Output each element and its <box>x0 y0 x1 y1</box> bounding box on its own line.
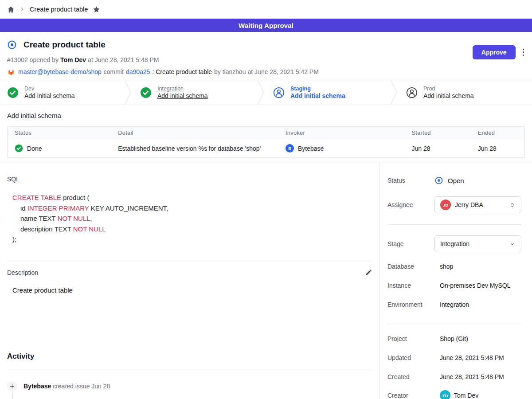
task-detail-text: Established baseline version %s for data… <box>118 145 261 152</box>
updown-caret-icon <box>509 202 516 208</box>
status-label: Status <box>387 177 434 184</box>
home-icon[interactable] <box>7 6 15 13</box>
task-table-row[interactable]: Done Established baseline version %s for… <box>8 139 524 157</box>
approval-status-banner: Waiting Approval <box>0 19 532 32</box>
issue-meta-time: at June 28, 2021 5:48 PM <box>88 56 159 63</box>
commit-hash-link[interactable]: da90a25 <box>126 68 150 75</box>
stage-done-check-icon <box>7 87 19 98</box>
sidebar-divider <box>387 324 521 324</box>
issue-header: Create product table #13002 opened by To… <box>0 32 532 80</box>
task-started-text: Jun 28 <box>411 145 430 152</box>
stage-env-label: Dev <box>24 86 75 92</box>
stage-prod[interactable]: Prod Add initial schema <box>399 80 532 105</box>
instance-value: On-premises Dev MySQL <box>434 282 521 289</box>
issue-sidebar: Status Open Assignee JD Jerry DBA <box>380 163 532 399</box>
task-section: Add initial schema Status Detail Invoker… <box>0 105 532 163</box>
approve-button[interactable]: Approve <box>473 45 516 59</box>
description-label: Description <box>7 269 38 276</box>
chevron-down-icon <box>509 241 516 247</box>
task-done-check-icon <box>15 144 23 153</box>
activity-plus-icon <box>7 381 17 391</box>
stage-env-label: Integration <box>157 86 208 92</box>
issue-meta-prefix: #13002 opened by <box>7 56 59 63</box>
creator-avatar: TD <box>440 390 450 399</box>
gitlab-icon <box>7 68 15 76</box>
stage-select[interactable]: Integration <box>434 235 521 252</box>
stage-staging[interactable]: Staging Add initial schema <box>266 80 390 105</box>
task-table-header: Status Detail Invoker Started Ended <box>8 127 524 139</box>
description-text: Create product table <box>12 286 372 294</box>
database-value: shop <box>434 263 521 270</box>
assignee-label: Assignee <box>387 201 434 208</box>
stage-pending-person-icon <box>273 87 285 98</box>
stage-separator <box>390 80 399 105</box>
activity-heading: Activity <box>7 352 372 362</box>
stage-env-label: Staging <box>290 86 345 92</box>
created-label: Created <box>387 373 434 380</box>
activity-actor: Bytebase <box>23 383 51 390</box>
stage-separator <box>124 80 133 105</box>
assignee-value: Jerry DBA <box>455 201 483 208</box>
invoker-avatar: B <box>286 144 294 153</box>
issue-meta-author: Tom Dev <box>60 56 86 63</box>
commit-message: : Create product table <box>152 68 212 75</box>
stage-task-label: Add initial schema <box>423 92 474 99</box>
task-section-heading: Add initial schema <box>7 112 525 121</box>
created-value: June 28, 2021 5:48 PM <box>434 373 521 380</box>
instance-label: Instance <box>387 282 434 289</box>
stage-pending-person-icon <box>406 87 418 98</box>
commit-word: commit <box>104 68 124 75</box>
edit-pencil-icon[interactable] <box>365 269 372 276</box>
activity-item: Bytebase created issue Jun 28 <box>7 381 372 391</box>
bytebase-issue-page: Create product table Waiting Approval Cr… <box>0 0 532 399</box>
stage-task-label: Add initial schema <box>157 92 208 99</box>
task-table: Status Detail Invoker Started Ended Done… <box>7 126 525 158</box>
stage-value: Integration <box>440 240 469 247</box>
commit-byline: by tianzhou at June 28, 2021 5:42 PM <box>214 68 319 75</box>
pipeline-stages: Dev Add initial schema Integration Add i… <box>0 80 532 105</box>
environment-value: Integration <box>434 301 521 308</box>
stage-task-label: Add initial schema <box>290 92 345 99</box>
status-value: Open <box>448 177 464 184</box>
favorite-star-icon[interactable] <box>93 6 100 13</box>
more-actions-icon[interactable] <box>522 47 525 58</box>
divider <box>7 261 372 261</box>
banner-text: Waiting Approval <box>239 22 293 29</box>
stage-label: Stage <box>387 240 434 247</box>
stage-integration[interactable]: Integration Add initial schema <box>133 80 257 105</box>
stage-dev[interactable]: Dev Add initial schema <box>0 80 124 105</box>
commit-branch-link[interactable]: master@bytebase-demo/shop <box>18 68 102 75</box>
assignee-select[interactable]: JD Jerry DBA <box>434 196 521 213</box>
sidebar-divider <box>387 224 521 225</box>
divider <box>7 369 372 369</box>
breadcrumb: Create product table <box>0 0 532 19</box>
col-ended: Ended <box>471 129 524 136</box>
assignee-avatar: JD <box>440 200 451 210</box>
col-detail: Detail <box>111 129 278 136</box>
project-label: Project <box>387 335 434 342</box>
task-status-text: Done <box>27 145 42 152</box>
stage-separator <box>257 80 266 105</box>
updated-label: Updated <box>387 354 434 361</box>
task-invoker-text: Bytebase <box>298 145 324 152</box>
activity-action: created issue Jun 28 <box>53 383 110 390</box>
sql-code-block[interactable]: CREATE TABLE product (id INTEGER PRIMARY… <box>12 192 372 245</box>
commit-info: master@bytebase-demo/shop commit da90a25… <box>7 67 525 77</box>
project-value: Shop (Git) <box>434 335 521 342</box>
sql-label: SQL <box>7 176 372 183</box>
updated-value: June 28, 2021 5:48 PM <box>434 354 521 361</box>
creator-value: Tom Dev <box>454 392 478 399</box>
stage-env-label: Prod <box>423 86 474 92</box>
issue-meta: #13002 opened by Tom Dev at June 28, 202… <box>7 55 525 64</box>
col-status: Status <box>8 129 111 136</box>
col-started: Started <box>404 129 470 136</box>
issue-title: Create product table <box>23 40 106 50</box>
database-label: Database <box>387 263 434 270</box>
stage-task-label: Add initial schema <box>24 92 75 99</box>
issue-detail-panel: SQL CREATE TABLE product (id INTEGER PRI… <box>0 163 380 399</box>
status-open-icon <box>434 176 443 185</box>
breadcrumb-page-title[interactable]: Create product table <box>30 6 88 13</box>
creator-label: Creator <box>387 392 434 399</box>
chevron-right-icon <box>20 7 25 12</box>
col-invoker: Invoker <box>278 129 405 136</box>
